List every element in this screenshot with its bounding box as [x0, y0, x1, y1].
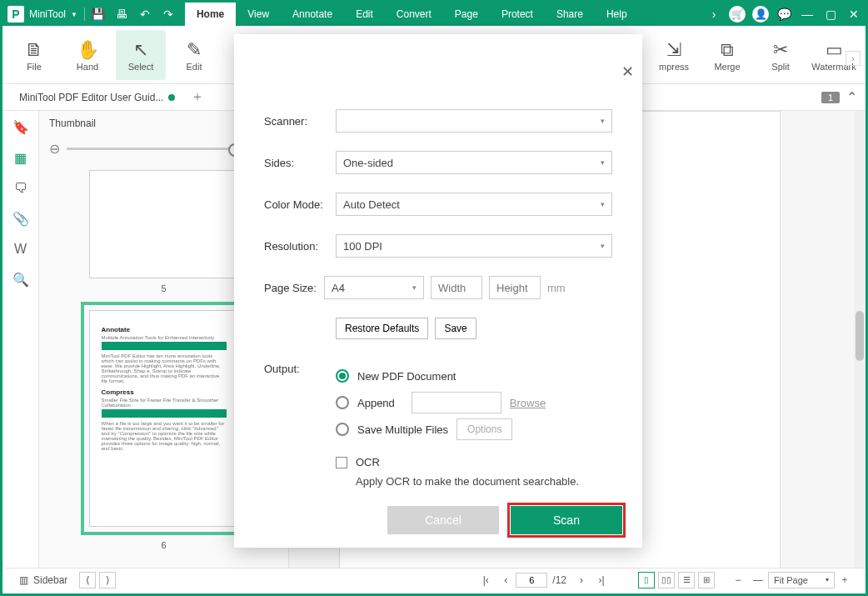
zoom-in-status-icon[interactable]: ＋	[836, 572, 853, 588]
statusbar: ▥ Sidebar ⟨ ⟩ |‹ ‹ /12 › ›| ▯ ▯▯ ☰ ⊞ − —…	[5, 568, 863, 591]
sidebar-label: Sidebar	[33, 574, 67, 586]
compress-button[interactable]: ⇲mpress	[649, 30, 699, 80]
edit-button[interactable]: ✎Edit	[169, 30, 219, 80]
merge-button[interactable]: ⧉Merge	[702, 30, 752, 80]
menu-home[interactable]: Home	[185, 3, 236, 26]
radio-off-icon	[336, 396, 349, 409]
checkbox-icon	[336, 457, 347, 468]
height-input[interactable]	[489, 276, 541, 299]
scan-button[interactable]: Scan	[511, 506, 622, 534]
menu-chevron-icon[interactable]: ›	[702, 3, 726, 26]
edit-icon: ✎	[187, 38, 202, 62]
word-icon[interactable]: W	[14, 242, 27, 257]
sidebar-toggle-icon[interactable]: ▥	[15, 572, 32, 588]
compress-icon: ⇲	[666, 38, 681, 62]
view-single-icon[interactable]: ▯	[638, 572, 655, 588]
ocr-checkbox-row[interactable]: OCR	[336, 456, 612, 468]
current-page-input[interactable]	[516, 573, 547, 588]
resolution-select[interactable]: 100 DPI▾	[336, 234, 612, 258]
radio-off-icon	[336, 423, 349, 436]
save-icon[interactable]: 💾	[87, 3, 110, 26]
document-tab[interactable]: MiniTool PDF Editor User Guid...	[11, 88, 183, 107]
dialog-close-icon[interactable]: ✕	[621, 63, 634, 81]
output-newdoc-radio[interactable]: New PDF Document	[336, 363, 546, 389]
search-icon[interactable]: 🔍	[12, 272, 29, 288]
split-icon: ✂	[773, 38, 788, 62]
ocr-description: Apply OCR to make the document searchabl…	[356, 475, 612, 488]
width-input[interactable]	[431, 276, 482, 299]
radio-on-icon	[336, 369, 349, 383]
close-window-icon[interactable]: ✕	[842, 3, 866, 26]
save-settings-button[interactable]: Save	[435, 318, 476, 339]
comments-icon[interactable]: 🗨	[14, 181, 27, 196]
menu-share[interactable]: Share	[545, 3, 595, 26]
select-icon: ↖	[133, 38, 148, 62]
view-grid-icon[interactable]: ⊞	[698, 572, 715, 588]
hand-icon: ✋	[77, 38, 99, 62]
sides-select[interactable]: One-sided▾	[336, 151, 612, 174]
thumbnails-icon[interactable]: ▦	[14, 150, 27, 166]
scanner-label: Scanner:	[264, 115, 336, 128]
prev-page-icon[interactable]: ‹	[497, 572, 514, 588]
chat-icon[interactable]: 💬	[772, 3, 796, 26]
browse-link[interactable]: Browse	[510, 397, 546, 409]
view-continuous-icon[interactable]: ☰	[678, 572, 695, 588]
next-page-icon[interactable]: ›	[573, 572, 590, 588]
total-pages: /12	[552, 574, 566, 586]
menu-page[interactable]: Page	[443, 3, 490, 26]
page-badge: 1	[821, 92, 840, 103]
first-page-icon[interactable]: |‹	[477, 572, 494, 588]
vertical-scrollbar[interactable]	[854, 111, 866, 570]
menu-convert[interactable]: Convert	[385, 3, 443, 26]
output-label: Output:	[264, 363, 336, 443]
ocr-label: OCR	[356, 456, 380, 468]
last-page-icon[interactable]: ›|	[593, 572, 610, 588]
side-icon-bar: 🔖 ▦ 🗨 📎 W 🔍	[2, 111, 39, 570]
view-double-icon[interactable]: ▯▯	[658, 572, 675, 588]
menu-help[interactable]: Help	[595, 3, 639, 26]
add-tab-button[interactable]: ＋	[188, 88, 207, 107]
redo-icon[interactable]: ↷	[157, 3, 180, 26]
split-button[interactable]: ✂Split	[756, 30, 806, 80]
colormode-select[interactable]: Auto Detect▾	[336, 193, 612, 216]
minimize-icon[interactable]: —	[796, 3, 819, 26]
prev-page-set-icon[interactable]: ⟨	[79, 572, 96, 588]
undo-icon[interactable]: ↶	[133, 3, 157, 26]
unsaved-dot-icon	[168, 94, 175, 101]
hand-button[interactable]: ✋Hand	[62, 30, 112, 80]
restore-defaults-button[interactable]: Restore Defaults	[336, 318, 428, 339]
attachments-icon[interactable]: 📎	[12, 211, 29, 227]
file-button[interactable]: 🗎File	[9, 30, 59, 80]
cancel-button[interactable]: Cancel	[387, 506, 499, 534]
watermark-icon: ▭	[826, 38, 843, 62]
multi-options-button[interactable]: Options	[456, 418, 512, 440]
append-path-input[interactable]	[412, 392, 501, 413]
collapse-ribbon-icon[interactable]: ⌃	[846, 89, 857, 105]
pagesize-select[interactable]: A4▾	[324, 276, 424, 299]
select-button[interactable]: ↖Select	[116, 30, 166, 80]
merge-icon: ⧉	[721, 38, 734, 62]
zoom-reset-status-icon[interactable]: —	[750, 572, 766, 588]
menu-protect[interactable]: Protect	[490, 3, 545, 26]
app-name-dropdown-icon[interactable]: ▼	[71, 11, 82, 18]
resolution-label: Resolution:	[264, 240, 336, 253]
thumbnail-zoom-slider[interactable]	[67, 148, 261, 150]
maximize-icon[interactable]: ▢	[819, 3, 842, 26]
menu-view[interactable]: View	[236, 3, 281, 26]
output-append-radio[interactable]: Append Browse	[336, 389, 546, 416]
zoom-out-icon[interactable]: ⊖	[49, 141, 60, 157]
next-page-set-icon[interactable]: ⟩	[99, 572, 116, 588]
zoom-out-status-icon[interactable]: −	[730, 572, 746, 588]
account-icon[interactable]: 👤	[752, 6, 769, 23]
fit-page-dropdown[interactable]: Fit Page▾	[768, 572, 835, 588]
print-icon[interactable]: 🖶	[110, 3, 133, 26]
sides-label: Sides:	[264, 157, 336, 169]
ribbon-more-icon[interactable]: ›	[846, 51, 861, 66]
output-multi-radio[interactable]: Save Multiple Files Options	[336, 416, 546, 443]
app-logo: P	[7, 6, 24, 23]
menu-edit[interactable]: Edit	[344, 3, 385, 26]
cart-icon[interactable]: 🛒	[729, 6, 746, 23]
menu-annotate[interactable]: Annotate	[281, 3, 344, 26]
bookmark-icon[interactable]: 🔖	[12, 119, 29, 135]
scanner-select[interactable]: ▾	[336, 109, 612, 133]
